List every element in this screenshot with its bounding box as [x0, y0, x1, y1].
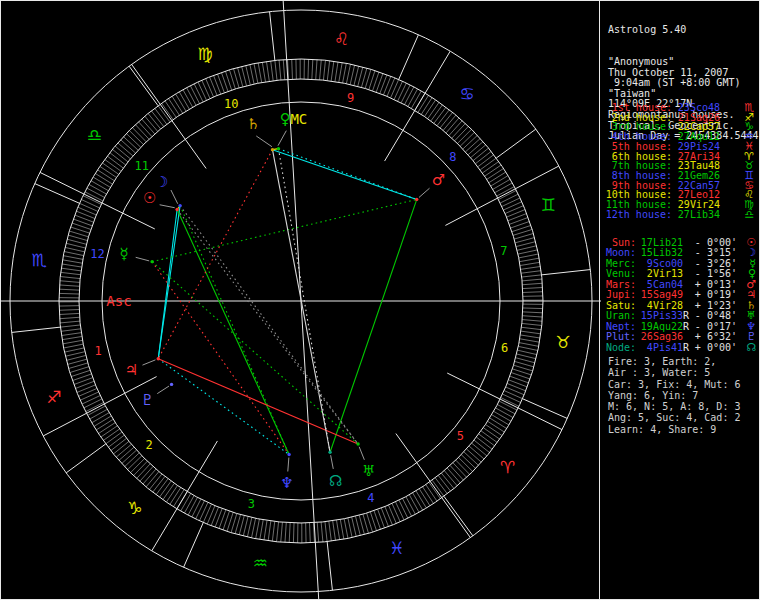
planet-glyph-mars: ♂ — [432, 171, 445, 189]
stat-line-5: M: 6, N: 5, A: 8, D: 3 — [608, 401, 740, 412]
house-number-6: 6 — [501, 341, 508, 355]
planet-dot-node — [328, 451, 331, 454]
planet-row: Plut:26Sag36 + 6°32'♇ — [605, 332, 756, 342]
planet-declination: + 0°00' — [692, 343, 737, 353]
planet-glyph-venus: ♀ — [280, 110, 291, 128]
house-row: 12th house:27Lib34♎ — [605, 210, 754, 220]
element-stats: Fire: 3, Earth: 2,Air : 3, Water: 5Car: … — [608, 356, 740, 435]
house-number-3: 3 — [248, 497, 255, 511]
house-list: 1st house:23Sco48♏ 2nd house:21Sag26♐ 3r… — [605, 103, 754, 219]
stat-line-1: Fire: 3, Earth: 2, — [608, 356, 740, 367]
house-number-9: 9 — [347, 91, 354, 105]
planet-dot-sun — [175, 208, 178, 211]
house-number-2: 2 — [146, 438, 153, 452]
planet-label: Node: — [605, 343, 636, 353]
house-number-12: 12 — [90, 247, 104, 261]
libra-sign-icon: ♎ — [87, 125, 102, 145]
angle-labels: AscMC — [106, 111, 307, 309]
planet-position-value: 26Sag36 — [640, 332, 683, 342]
sagittarius-sign-icon: ♐ — [46, 387, 61, 407]
planet-dot-mercury — [150, 260, 153, 263]
stat-line-2: Air : 3, Water: 5 — [608, 367, 740, 378]
stat-line-4: Yang: 6, Yin: 7 — [608, 390, 740, 401]
house-number-5: 5 — [457, 429, 464, 443]
planet-glyph-uranus: ♅ — [362, 462, 375, 480]
planet-dot-neptune — [287, 453, 290, 456]
planet-glyph-saturn: ♄ — [246, 115, 259, 133]
planet-glyph-sun: ☉ — [143, 189, 156, 207]
planet-dot-moon — [178, 204, 181, 207]
pisces-sign-icon: ♓ — [389, 538, 404, 558]
leo-sign-icon: ♌ — [334, 29, 349, 49]
planet-glyph-mercury: ☿ — [119, 245, 128, 263]
planet-label: Plut: — [605, 332, 636, 342]
planet-dot-venus — [277, 147, 280, 150]
retrograde-flag: R — [683, 343, 690, 353]
aquarius-sign-icon: ♒ — [253, 553, 268, 573]
retrograde-flag — [683, 332, 690, 342]
planet-list: Sun:17Lib21 - 0°00'☉Moon:15Lib32 - 3°15'… — [605, 238, 756, 353]
capricorn-sign-icon: ♑ — [127, 498, 142, 518]
chart-wheel: ♈♉♊♋♌♍♎♏♐♑♒♓123456789101112☉☽☿♀♂♃♄♅♆♇☊As… — [1, 1, 601, 600]
app-title: Astrolog 5.40 — [608, 25, 759, 36]
stat-line-7: Learn: 4, Share: 9 — [608, 424, 740, 435]
planet-glyph-neptune: ♆ — [280, 474, 293, 492]
house-number-10: 10 — [224, 97, 238, 111]
taurus-sign-icon: ♉ — [555, 332, 570, 352]
house-cusp-value: 27Lib34 — [676, 210, 720, 220]
house-label: 12th house: — [605, 210, 672, 220]
cancer-sign-icon: ♋ — [459, 84, 474, 104]
house-number-4: 4 — [367, 491, 374, 505]
planet-glyph-moon: ☽ — [155, 173, 168, 191]
planet-dot-uranus — [356, 442, 359, 445]
planet-dot-mars — [415, 198, 418, 201]
planet-row: Node: 4Pis41R+ 0°00'☊ — [605, 343, 756, 353]
astrolog-window: ♈♉♊♋♌♍♎♏♐♑♒♓123456789101112☉☽☿♀♂♃♄♅♆♇☊As… — [0, 0, 760, 600]
panel-divider — [599, 1, 600, 600]
stat-line-3: Car: 3, Fix: 4, Mut: 6 — [608, 379, 740, 390]
scorpio-sign-icon: ♏ — [31, 250, 46, 270]
house-number-1: 1 — [94, 344, 101, 358]
header-line-1: "Anonymous" — [608, 57, 759, 68]
midheaven-label: MC — [290, 111, 307, 127]
gemini-sign-icon: ♊ — [540, 195, 555, 215]
ascendant-label: Asc — [106, 293, 131, 309]
planet-glyph-icon: ☊ — [741, 343, 756, 353]
planet-position-value: 4Pis41 — [640, 343, 683, 353]
virgo-sign-icon: ♍ — [198, 44, 213, 64]
house-number-8: 8 — [449, 150, 456, 164]
planet-dot-saturn — [271, 148, 274, 151]
libra-sign-icon: ♎ — [736, 210, 754, 220]
planet-glyph-node: ☊ — [329, 472, 342, 490]
planet-glyph-jupiter: ♃ — [125, 361, 138, 379]
info-panel: Astrolog 5.40 "Anonymous"Thu October 11,… — [601, 1, 760, 600]
house-number-11: 11 — [134, 159, 148, 173]
stat-line-6: Ang: 5, Suc: 4, Cad: 2 — [608, 412, 740, 423]
aspect-lines — [152, 149, 417, 455]
house-number-7: 7 — [500, 244, 507, 258]
aries-sign-icon: ♈ — [500, 457, 515, 477]
planet-declination: + 6°32' — [692, 332, 737, 342]
planet-dot-pluto — [170, 383, 173, 386]
planet-glyph-pluto: ♇ — [140, 391, 153, 409]
planet-dot-jupiter — [157, 357, 160, 360]
